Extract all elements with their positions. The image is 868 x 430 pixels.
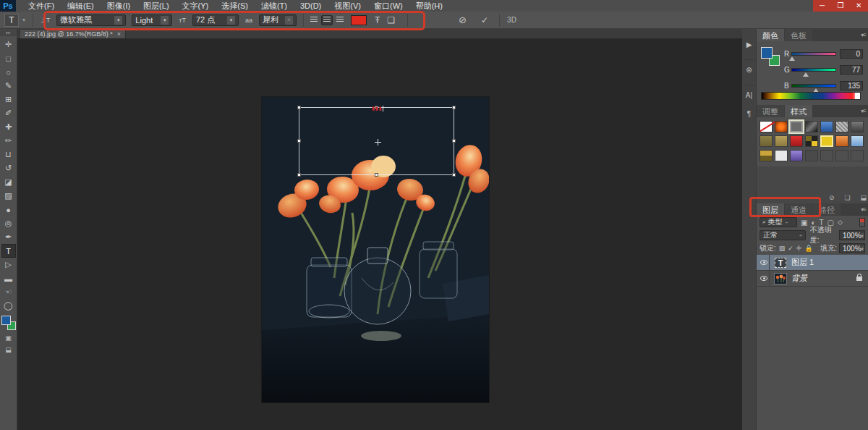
- blur-tool[interactable]: ●: [1, 203, 16, 216]
- handle-top-left[interactable]: [297, 106, 301, 109]
- style-swatch-1[interactable]: [775, 121, 788, 132]
- marquee-tool[interactable]: □: [1, 51, 16, 65]
- menu-file[interactable]: 文件(F): [22, 0, 61, 12]
- restore-button[interactable]: ❐: [833, 0, 848, 12]
- style-swatch-14[interactable]: [760, 150, 773, 161]
- style-swatch-13[interactable]: [851, 135, 864, 147]
- color-spectrum-ramp[interactable]: [761, 92, 861, 100]
- layer-name[interactable]: 图层 1: [791, 257, 814, 268]
- panel-menu-icon[interactable]: ▾≡: [861, 206, 866, 213]
- path-selection-tool[interactable]: ▷: [1, 258, 16, 271]
- toolbar-collapse-icon[interactable]: ▸▸: [0, 29, 17, 36]
- lock-transparency-icon[interactable]: ▨: [779, 245, 786, 252]
- document-tab[interactable]: 222 (4).jpg @ 16.7%(RGB/8) * ×: [20, 30, 126, 39]
- background-layer-thumbnail[interactable]: [774, 273, 787, 284]
- shape-tool[interactable]: ▬: [1, 271, 16, 285]
- style-swatch-10[interactable]: [805, 135, 818, 147]
- tab-channels[interactable]: 通道: [785, 203, 812, 216]
- lock-pixels-icon[interactable]: ✓: [788, 245, 793, 252]
- handle-bottom-left[interactable]: [297, 173, 301, 177]
- style-swatch-5[interactable]: [835, 121, 848, 132]
- layer-row-background[interactable]: 背景: [757, 271, 868, 287]
- red-value-field[interactable]: 0: [840, 49, 863, 59]
- style-swatch-8[interactable]: [775, 135, 788, 147]
- style-swatch-9[interactable]: [790, 135, 803, 147]
- menu-help[interactable]: 帮助(H): [409, 0, 449, 12]
- photo-tulips[interactable]: ▮▮▮: [262, 97, 489, 402]
- menu-3d[interactable]: 3D(D): [294, 0, 328, 12]
- blend-mode-select[interactable]: 正常 ÷: [760, 230, 806, 240]
- anti-alias-select[interactable]: 犀利 ÷: [259, 14, 297, 26]
- handle-mid-left[interactable]: [297, 139, 301, 143]
- panels-icon[interactable]: ❏: [844, 194, 850, 203]
- fill-field[interactable]: 100% ▾: [839, 243, 865, 253]
- handle-top-right[interactable]: [452, 106, 456, 109]
- commit-edits-button[interactable]: ✓: [477, 15, 492, 25]
- tab-color[interactable]: 颜色: [757, 29, 784, 41]
- style-swatch-16[interactable]: [790, 150, 803, 161]
- quick-mask-icon[interactable]: ▣: [5, 334, 12, 342]
- blue-value-field[interactable]: 135: [840, 81, 863, 90]
- handle-mid-right[interactable]: [452, 139, 456, 143]
- filter-pixel-icon[interactable]: ▣: [801, 219, 807, 227]
- zoom-tool[interactable]: ◯: [1, 299, 16, 313]
- red-slider-thumb[interactable]: [789, 56, 795, 61]
- minimize-button[interactable]: ─: [814, 0, 830, 12]
- align-right-button[interactable]: [334, 15, 346, 25]
- lock-position-icon[interactable]: ✛: [796, 245, 802, 252]
- text-color-swatch[interactable]: [351, 15, 367, 25]
- lock-all-icon[interactable]: 🔒: [804, 245, 812, 252]
- style-swatch-15[interactable]: [775, 150, 788, 161]
- foreground-color-swatch[interactable]: [1, 316, 11, 325]
- tab-layers[interactable]: 图层: [757, 203, 784, 216]
- healing-brush-tool[interactable]: ✚: [1, 120, 16, 134]
- style-swatch-11[interactable]: [820, 135, 833, 147]
- properties-panel-icon[interactable]: ⊜: [743, 63, 756, 76]
- menu-type[interactable]: 文字(Y): [176, 0, 216, 12]
- opacity-field[interactable]: 100% ▾: [839, 230, 865, 240]
- handle-bottom-right[interactable]: [452, 173, 456, 177]
- style-swatch-12[interactable]: [835, 135, 848, 147]
- canvas-area[interactable]: ▮▮▮: [17, 38, 742, 430]
- filter-type-select[interactable]: ⌕ 类型 ÷: [760, 217, 797, 227]
- cancel-edits-button[interactable]: ⊘: [455, 14, 470, 25]
- gradient-tool[interactable]: ▨: [1, 189, 16, 203]
- green-value-field[interactable]: 77: [840, 65, 863, 75]
- text-orientation-icon[interactable]: ⊥T: [37, 17, 54, 24]
- layer-name[interactable]: 背景: [791, 273, 807, 284]
- red-slider[interactable]: [791, 52, 836, 56]
- green-slider-thumb[interactable]: [803, 72, 809, 77]
- panel-menu-icon[interactable]: ▾≡: [861, 108, 866, 114]
- style-swatch-4[interactable]: [820, 121, 833, 132]
- green-slider[interactable]: [791, 68, 836, 72]
- tab-adjustments[interactable]: 调整: [757, 105, 784, 117]
- blue-slider[interactable]: [791, 84, 836, 88]
- hand-tool[interactable]: ☜: [1, 285, 16, 299]
- toggle-panels-icon[interactable]: ❏: [383, 15, 399, 25]
- screen-mode-icon[interactable]: ⬓: [5, 346, 12, 353]
- dodge-tool[interactable]: ◎: [1, 216, 16, 230]
- clear-icon[interactable]: ⊘: [829, 194, 835, 203]
- font-size-select[interactable]: 72 点 ▾: [192, 14, 239, 26]
- preset-arrow-icon[interactable]: ▾: [19, 17, 29, 23]
- type-tool[interactable]: T: [1, 244, 16, 258]
- style-swatch-19[interactable]: [835, 150, 848, 161]
- handle-bottom-center[interactable]: [375, 173, 378, 177]
- tab-styles[interactable]: 样式: [785, 105, 812, 117]
- menu-edit[interactable]: 编辑(E): [61, 0, 101, 12]
- menu-view[interactable]: 视图(V): [328, 0, 367, 12]
- 3d-button[interactable]: 3D: [503, 16, 520, 24]
- brush-tool[interactable]: ✏: [1, 134, 16, 148]
- tab-paths[interactable]: 路径: [813, 203, 841, 216]
- crop-tool[interactable]: ⊞: [1, 93, 16, 106]
- style-swatch-6[interactable]: [851, 121, 864, 132]
- menu-layer[interactable]: 图层(L): [137, 0, 175, 12]
- font-style-select[interactable]: Light ▾: [132, 14, 172, 26]
- panel-menu-icon[interactable]: ▾≡: [861, 32, 866, 38]
- menu-window[interactable]: 窗口(W): [367, 0, 409, 12]
- lasso-tool[interactable]: ○: [1, 65, 16, 79]
- clone-stamp-tool[interactable]: ⊔: [1, 148, 16, 161]
- character-panel-icon[interactable]: A|: [743, 88, 756, 101]
- eyedropper-tool[interactable]: ✐: [1, 106, 16, 120]
- align-left-button[interactable]: [308, 15, 320, 25]
